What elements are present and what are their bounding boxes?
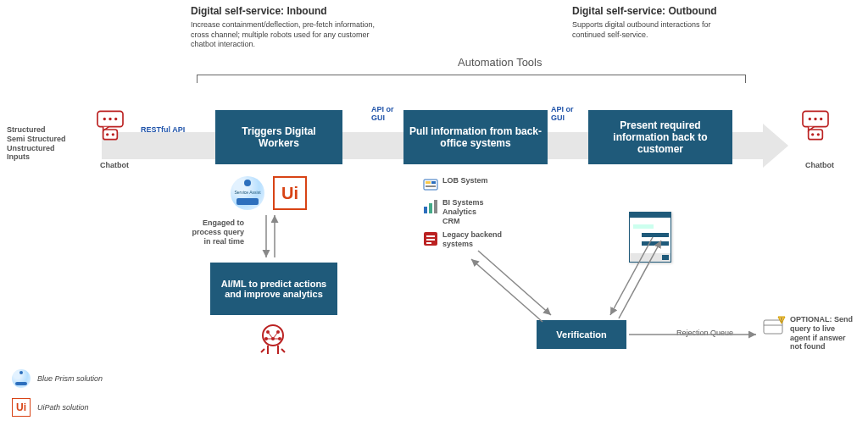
- legend-uipath: UiPath solution: [37, 403, 89, 412]
- svg-line-42: [610, 237, 653, 315]
- arrows-layer: [0, 0, 868, 437]
- svg-line-40: [478, 251, 551, 315]
- svg-line-41: [471, 259, 542, 322]
- legend-blueprism: Blue Prism solution: [37, 374, 103, 383]
- legend-uipath-icon: Ui: [12, 398, 31, 417]
- legend-blueprism-icon: [12, 369, 31, 388]
- svg-line-43: [619, 241, 661, 318]
- architecture-diagram: Digital self-service: Inbound Increase c…: [0, 0, 868, 437]
